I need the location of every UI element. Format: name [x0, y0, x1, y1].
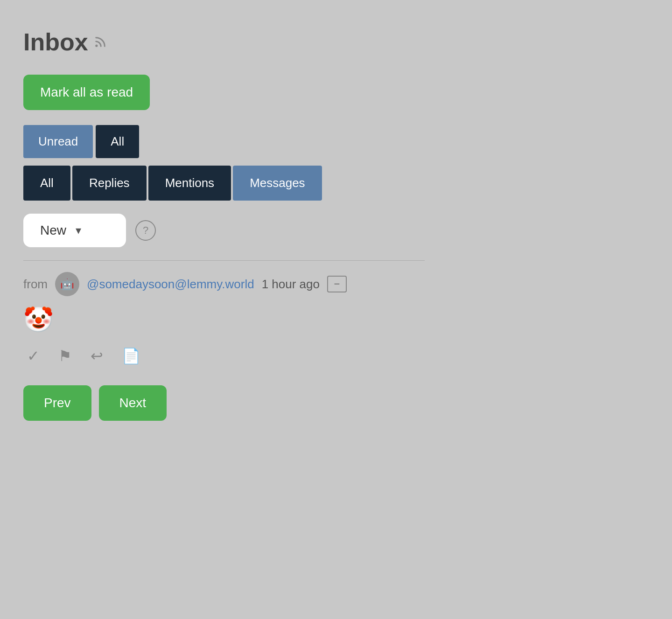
read-filter-row: Unread All — [23, 125, 425, 158]
minus-icon: − — [334, 278, 340, 290]
avatar: 🤖 — [55, 272, 79, 296]
prev-button[interactable]: Prev — [23, 385, 91, 421]
user-link[interactable]: @somedaysoon@lemmy.world — [87, 277, 254, 292]
svg-point-0 — [96, 45, 97, 46]
type-filter-row: All Replies Mentions Messages — [23, 166, 425, 201]
page-title: Inbox — [23, 28, 88, 56]
inbox-header: Inbox — [23, 28, 425, 56]
message-from-row: from 🤖 @somedaysoon@lemmy.world 1 hour a… — [23, 272, 425, 296]
help-icon[interactable]: ? — [135, 220, 156, 241]
filter-all-button[interactable]: All — [96, 125, 139, 158]
mark-all-read-button[interactable]: Mark all as read — [23, 75, 150, 110]
check-icon[interactable]: ✓ — [27, 347, 40, 365]
type-filter-mentions-button[interactable]: Mentions — [148, 166, 231, 201]
sort-dropdown[interactable]: New ▾ — [23, 214, 126, 247]
sort-label: New — [40, 223, 66, 238]
type-filter-all-button[interactable]: All — [23, 166, 70, 201]
type-filter-replies-button[interactable]: Replies — [72, 166, 147, 201]
flag-icon[interactable]: ⚑ — [58, 347, 72, 365]
chevron-down-icon: ▾ — [76, 224, 81, 237]
from-label: from — [23, 277, 48, 292]
timestamp: 1 hour ago — [262, 277, 320, 292]
view-source-icon[interactable]: 📄 — [122, 347, 140, 365]
filter-unread-button[interactable]: Unread — [23, 125, 93, 158]
rss-icon[interactable] — [94, 35, 107, 52]
message-emoji: 🤡 — [23, 306, 425, 334]
collapse-button[interactable]: − — [327, 276, 347, 292]
divider — [23, 260, 425, 261]
action-row: ✓ ⚑ ↩ 📄 — [23, 347, 425, 365]
reply-icon[interactable]: ↩ — [91, 347, 103, 365]
pagination-row: Prev Next — [23, 385, 425, 421]
next-button[interactable]: Next — [99, 385, 167, 421]
type-filter-messages-button[interactable]: Messages — [233, 166, 322, 201]
sort-row: New ▾ ? — [23, 214, 425, 247]
